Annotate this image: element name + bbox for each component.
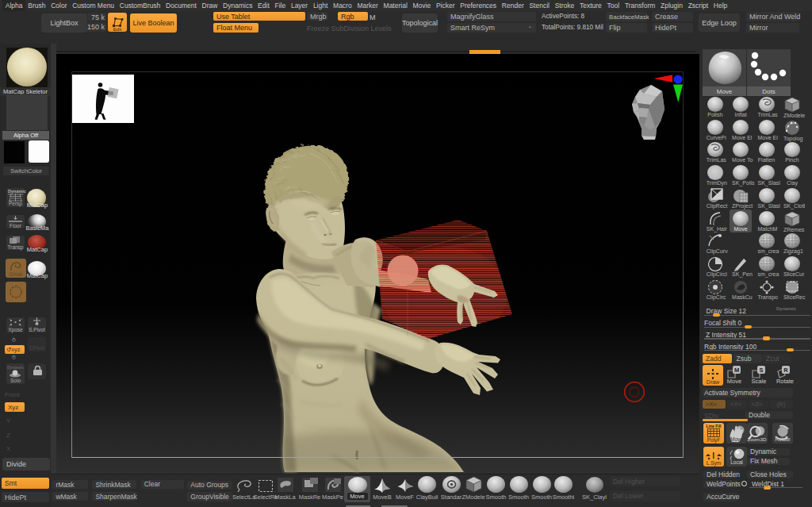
svg-text:S: S — [759, 367, 763, 374]
svg-text:Zoom3D: Zoom3D — [748, 436, 767, 442]
svg-text:M: M — [734, 367, 739, 374]
svg-text:Rotate: Rotate — [775, 436, 791, 442]
svg-text:Move: Move — [730, 436, 743, 442]
svg-text:Local: Local — [730, 459, 743, 465]
svg-text:R: R — [783, 367, 788, 374]
